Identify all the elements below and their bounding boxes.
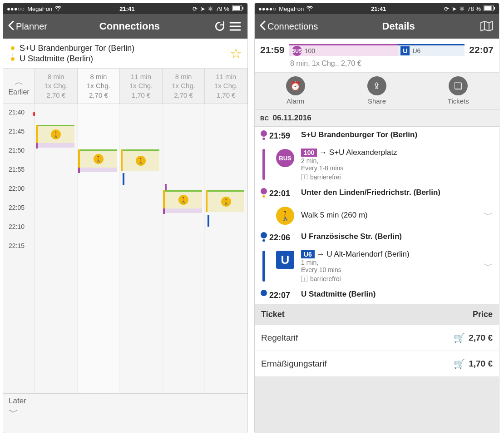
lane-3[interactable]: 🚶 [163,104,205,393]
walk-icon: 🚶 [221,197,231,207]
stop-label: U Stadtmitte (Berlin) [301,290,494,300]
route-summary[interactable]: ↓ S+U Brandenburger Tor (Berlin) U Stadt… [3,39,247,69]
stop-time: 21:59 [269,130,301,141]
walk-label: Walk 5 min (260 m) [301,211,484,220]
trip-block[interactable]: 🚶 [123,149,160,171]
route-dots-icon: ↓ [9,46,17,61]
stop-row: 22:06 U Französische Str. (Berlin) [255,228,499,246]
arrow-icon: → [317,250,327,258]
segment-bus-row[interactable]: BUS 100 → S+U Alexanderplatz 2 min, Ever… [255,144,499,184]
trip-meta: 8 min, 1x Chg., 2,70 € [290,59,494,68]
bus-icon: BUS [276,149,294,167]
page-title: Details [318,20,479,32]
date-row: BC 06.11.2016 [255,110,499,127]
direction: S+U Alexanderplatz [329,148,397,157]
stop-row: 21:59 S+U Brandenburger Tor (Berlin) [255,127,499,144]
time-2150: 21:50 [9,147,25,154]
walk-icon: 🚶 [276,207,294,225]
back-label: Planner [16,21,47,32]
bluetooth-icon: ✱ [208,5,213,12]
walk-icon: 🚶 [178,195,188,205]
depart-time: 21:59 [260,45,285,55]
wifi-icon [55,5,61,12]
connection-col-3[interactable]: 8 min 1x Chg. 2,70 € [163,69,205,104]
segment-walk-row[interactable]: 🚶 Walk 5 min (260 m) ﹀ [255,202,499,228]
stop-time: 22:06 [269,232,301,243]
segment-ubahn-row[interactable]: U U6 → U Alt-Mariendorf (Berlin) 1 min, … [255,246,499,286]
details-screen: ●●●●○ MegaFon 21:41 ⟳ ➤ ✱ 78 % Connectio… [254,3,499,433]
cart-icon: 🛒 [454,358,465,369]
battery-icon [484,5,495,12]
menu-button[interactable] [227,19,243,34]
back-button[interactable]: Planner [8,20,47,33]
connection-col-0[interactable]: 8 min 1x Chg. 2,70 € [35,69,78,104]
lane-0[interactable]: 🚶 [35,104,78,393]
stop-time: 22:01 [269,188,301,198]
orientation-lock-icon: ⟳ [444,5,449,12]
arrow-icon: → [319,148,329,157]
stop-time: 22:07 [269,290,301,300]
lane-4[interactable]: 🚶 [205,104,247,393]
trip-block[interactable]: 🚶 [80,149,117,168]
location-icon: ➤ [452,5,457,12]
signal-icon: ●●●●○ [258,5,276,12]
walk-icon: 🚶 [51,129,61,139]
time-2145: 21:45 [9,128,25,135]
chevron-up-icon: ︿ [15,76,24,88]
connections-header-row: ︿ Earlier 8 min 1x Chg. 2,70 € 8 min 1x … [3,69,247,104]
node-icon [261,232,267,238]
map-button[interactable] [479,19,494,34]
tickets-button[interactable]: ❏ Tickets [418,76,499,105]
ticket-row-regeltarif[interactable]: Regeltarif 🛒2,70 € [255,325,499,351]
time-2215: 22:15 [9,242,25,249]
chevron-down-icon: ﹀ [9,406,242,419]
connection-col-1[interactable]: 8 min 1x Chg. 2,70 € [78,69,120,104]
stop-row: 22:07 U Stadtmitte (Berlin) [255,286,499,304]
segment-bus[interactable]: BUS 100 [289,44,398,56]
trip-summary: 21:59 BUS 100 U U6 22:07 8 min, 1x Chg.,… [255,39,499,73]
alarm-button[interactable]: ⏰ Alarm [255,76,336,105]
connections-screen: ●●●○○ MegaFon 21:41 ⟳ ➤ ✱ 79 % Planner C… [3,3,248,433]
stop-label: S+U Brandenburger Tor (Berlin) [301,130,494,141]
walk-icon: 🚶 [94,154,104,164]
direction: U Alt-Mariendorf (Berlin) [326,250,409,258]
svg-rect-1 [232,6,240,10]
connection-col-4[interactable]: 11 min 1x Chg. 1,70 € [205,69,247,104]
stop-label: U Französische Str. (Berlin) [301,232,494,243]
trip-block[interactable]: 🚶 [165,190,202,208]
trip-block[interactable]: 🚶 [38,125,75,143]
ticket-header: Ticket Price [255,304,499,325]
earlier-button[interactable]: ︿ Earlier [3,69,35,104]
connection-col-2[interactable]: 11 min 1x Chg. 1,70 € [120,69,163,104]
node-icon [261,130,267,137]
segment-ubahn[interactable]: U U6 [398,44,464,56]
back-label: Connections [267,21,318,32]
svg-rect-4 [484,6,491,10]
tickets-icon: ❏ [449,76,468,95]
info-icon: i [301,174,307,180]
share-button[interactable]: ⇪ Share [336,76,417,105]
alarm-icon: ⏰ [286,76,305,95]
lane-2[interactable]: 🚶 [120,104,163,393]
ubahn-icon: U [276,251,294,269]
info-icon: i [301,276,307,282]
node-icon [261,290,267,296]
favorite-button[interactable]: ☆ [230,45,242,61]
lane-1[interactable]: 🚶 [78,104,120,393]
stop-row: 22:01 Unter den Linden/Friedrichstr. (Be… [255,184,499,202]
refresh-button[interactable] [212,19,227,34]
trip-block[interactable]: 🚶 [208,190,245,212]
ticket-row-ermaessigung[interactable]: Ermäßigungstarif 🛒1,70 € [255,351,499,377]
svg-rect-2 [242,7,243,10]
arrive-time: 22:07 [469,45,494,55]
status-time: 21:41 [371,5,386,12]
share-icon: ⇪ [367,76,386,95]
back-button[interactable]: Connections [259,20,318,33]
line-badge: 100 [301,149,317,157]
walk-icon: 🚶 [136,156,146,166]
chevron-down-icon: ﹀ [484,208,494,222]
chevron-left-icon [8,20,14,33]
header: Connections Details [255,14,499,39]
later-button[interactable]: Later ﹀ [3,393,247,433]
cart-icon: 🛒 [454,332,465,343]
